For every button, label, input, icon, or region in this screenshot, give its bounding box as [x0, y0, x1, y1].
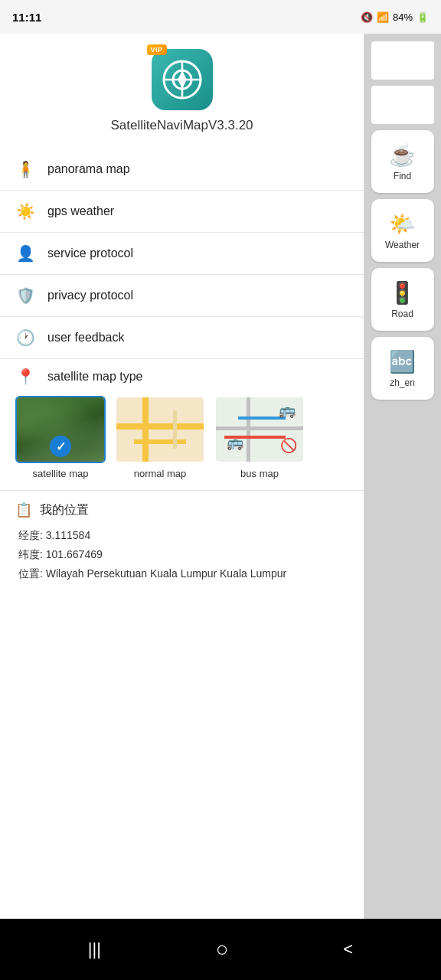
satellite-map-label: satellite map	[33, 468, 89, 479]
satellite-map-option[interactable]: ✓ satellite map	[15, 396, 106, 479]
vip-badge: VIP	[147, 44, 167, 55]
status-icons: 🔇 📶 84% 🔋	[361, 11, 429, 23]
feedback-icon: 🕐	[15, 328, 35, 348]
normal-road-v2	[173, 410, 177, 449]
app-icon-wrapper: VIP	[152, 49, 213, 110]
menu-item-gps-weather[interactable]: ☀️ gps weather	[0, 191, 364, 233]
menu-item-panorama[interactable]: 🧍 panorama map	[0, 149, 364, 191]
normal-thumb-inner	[116, 397, 204, 462]
menu-item-service-protocol[interactable]: 👤 service protocol	[0, 233, 364, 275]
status-bar: 11:11 🔇 📶 84% 🔋	[0, 0, 441, 34]
road-label: Road	[391, 309, 413, 319]
battery-icon: 🔋	[416, 11, 429, 23]
find-label: Find	[394, 171, 411, 181]
gps-weather-label: gps weather	[47, 204, 114, 218]
map-type-icon: 📍	[15, 367, 35, 387]
map-type-label: 📍 satellite map type	[15, 367, 348, 387]
menu-icon: |||	[88, 939, 101, 959]
left-panel: VIP SatelliteNaviMapV3.3.20 🧍 panorama m…	[0, 34, 364, 919]
bus-pin-icon: 🚌	[279, 402, 296, 419]
longitude-text: 经度: 3.111584	[18, 526, 348, 545]
find-icon: ☕	[389, 142, 416, 168]
app-title: SatelliteNaviMapV3.3.20	[110, 118, 253, 133]
weather-action[interactable]: 🌤️ Weather	[371, 199, 434, 262]
battery-text: 84%	[393, 11, 413, 23]
bus-pin-icon2: 🚌	[227, 434, 243, 451]
satellite-map-thumb: ✓	[15, 396, 106, 463]
bus-road-v	[247, 397, 250, 462]
location-details: 经度: 3.111584 纬度: 101.667469 位置: Wilayah …	[15, 526, 348, 584]
privacy-icon: 🛡️	[15, 286, 35, 305]
road-icon: 🚦	[389, 280, 416, 305]
find-action[interactable]: ☕ Find	[371, 130, 434, 193]
right-card-top1	[371, 41, 434, 80]
no-entry-icon: 🚫	[280, 437, 297, 454]
map-thumbnails: ✓ satellite map normal map	[15, 396, 348, 479]
selected-check: ✓	[50, 436, 71, 457]
location-title: 📋 我的位置	[15, 501, 348, 518]
home-icon: ○	[216, 937, 229, 962]
status-time: 11:11	[12, 11, 41, 24]
road-action[interactable]: 🚦 Road	[371, 268, 434, 331]
mute-icon: 🔇	[361, 11, 373, 23]
bus-map-thumb: 🚌 🚌 🚫	[214, 396, 305, 463]
nav-back-button[interactable]: <	[335, 932, 361, 967]
bus-map-label: bus map	[240, 468, 279, 479]
panorama-icon: 🧍	[15, 159, 35, 179]
app-logo-svg	[159, 57, 205, 103]
service-icon: 👤	[15, 243, 35, 263]
location-icon: 📋	[15, 501, 32, 518]
menu-item-privacy-protocol[interactable]: 🛡️ privacy protocol	[0, 275, 364, 317]
back-icon: <	[343, 939, 353, 959]
user-feedback-label: user feedback	[47, 331, 125, 345]
nav-home-button[interactable]: ○	[208, 929, 237, 969]
normal-map-label: normal map	[134, 468, 187, 479]
privacy-protocol-label: privacy protocol	[47, 289, 133, 302]
panorama-label: panorama map	[47, 162, 130, 176]
app-icon	[152, 49, 213, 110]
service-protocol-label: service protocol	[47, 247, 133, 260]
location-title-text: 我的位置	[40, 502, 89, 518]
map-type-text: satellite map type	[47, 370, 143, 384]
right-card-top2	[371, 86, 434, 124]
normal-map-thumb	[115, 396, 205, 463]
location-section: 📋 我的位置 经度: 3.111584 纬度: 101.667469 位置: W…	[0, 491, 364, 595]
map-type-section: 📍 satellite map type ✓ satellite map	[0, 359, 364, 491]
nav-menu-button[interactable]: |||	[80, 932, 109, 967]
zh-en-action[interactable]: 🔤 zh_en	[371, 337, 434, 400]
weather-icon: ☀️	[15, 201, 35, 221]
bus-map-option[interactable]: 🚌 🚌 🚫 bus map	[214, 396, 305, 479]
weather-quick-icon: 🌤️	[389, 211, 416, 237]
bottom-nav: ||| ○ <	[0, 919, 441, 980]
normal-road-h	[116, 423, 204, 430]
normal-road-v	[142, 397, 149, 462]
weather-label: Weather	[385, 240, 420, 250]
menu-item-user-feedback[interactable]: 🕐 user feedback	[0, 317, 364, 359]
latitude-text: 纬度: 101.667469	[18, 545, 348, 564]
normal-map-option[interactable]: normal map	[115, 396, 205, 479]
zh-en-icon: 🔤	[389, 349, 416, 374]
wifi-icon: 📶	[377, 11, 389, 23]
bus-thumb-inner: 🚌 🚌 🚫	[216, 397, 303, 462]
right-panel: ☕ Find 🌤️ Weather 🚦 Road 🔤 zh_en	[364, 34, 441, 919]
app-header: VIP SatelliteNaviMapV3.3.20	[0, 34, 364, 141]
address-text: 位置: Wilayah Persekutuan Kuala Lumpur Kua…	[18, 564, 348, 583]
zh-en-label: zh_en	[390, 377, 415, 388]
menu-list: 🧍 panorama map ☀️ gps weather 👤 service …	[0, 149, 364, 359]
normal-road-h2	[134, 439, 186, 444]
main-area: VIP SatelliteNaviMapV3.3.20 🧍 panorama m…	[0, 34, 441, 919]
bus-road-h	[216, 426, 303, 430]
